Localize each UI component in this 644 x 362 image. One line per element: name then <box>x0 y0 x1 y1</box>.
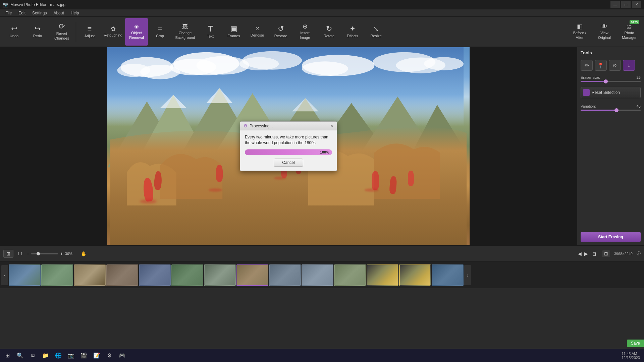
thumbnail-2[interactable] <box>41 264 73 286</box>
notes-button[interactable]: 📝 <box>91 350 103 361</box>
close-button[interactable]: ✕ <box>632 1 641 8</box>
maximize-button[interactable]: □ <box>621 1 631 8</box>
object-removal-button[interactable]: ◈ ObjectRemoval <box>125 18 148 46</box>
save-badge[interactable]: Save <box>627 340 644 347</box>
revert-button[interactable]: ⟳ RevertChanges <box>50 18 74 46</box>
change-background-button[interactable]: 🖼 ChangeBackground <box>172 18 198 46</box>
cancel-button[interactable]: Cancel <box>274 159 303 167</box>
thumbnail-14[interactable] <box>432 264 464 286</box>
redo-button[interactable]: ↪ Redo <box>26 18 49 46</box>
search-button[interactable]: 🔍 <box>14 350 26 361</box>
eraser-size-thumb[interactable] <box>604 79 608 83</box>
menu-file[interactable]: File <box>2 10 15 16</box>
thumbnail-13[interactable] <box>399 264 431 286</box>
variation-slider-fill <box>581 110 616 111</box>
toolbar-separator-1 <box>76 22 76 42</box>
rotate-label: Rotate <box>324 34 334 38</box>
delete-image-button[interactable]: 🗑 <box>592 251 597 256</box>
effects-label: Effects <box>347 34 358 38</box>
denoise-button[interactable]: ⁙ Denoise <box>246 18 269 46</box>
variation-slider[interactable] <box>581 110 641 111</box>
fit-to-screen-button[interactable]: ⊞ <box>3 250 13 258</box>
thumbnail-11[interactable] <box>334 264 366 286</box>
thumbnail-10[interactable] <box>302 264 333 286</box>
thumbnail-3[interactable] <box>74 264 106 286</box>
thumbnail-9[interactable] <box>269 264 301 286</box>
next-image-button[interactable]: ▶ <box>584 251 588 256</box>
revert-icon: ⟳ <box>59 23 65 30</box>
prev-image-button[interactable]: ◀ <box>578 251 582 256</box>
ratio-label: 1:1 <box>16 252 24 256</box>
image-info-icon[interactable]: ⓘ <box>637 251 641 256</box>
menu-edit[interactable]: Edit <box>15 10 29 16</box>
pin-tool-button[interactable]: 📍 <box>595 60 607 71</box>
photo-manager-button[interactable]: 🗂 PhotoManager NEW <box>617 18 641 46</box>
camera-button[interactable]: 📷 <box>65 350 77 361</box>
menu-help[interactable]: Help <box>67 10 83 16</box>
redo-icon: ↪ <box>35 25 41 33</box>
canvas-area[interactable]: ⚙ Processing... ✕ Every two minutes, we … <box>0 47 577 245</box>
retouching-button[interactable]: ✿ Retouching <box>102 18 124 46</box>
resize-button[interactable]: ⤡ Resize <box>365 18 387 46</box>
restore-button[interactable]: ↺ Restore <box>269 18 292 46</box>
bottom-toolbar: ⊞ 1:1 − + 36% ✋ ◀ ▶ 🗑 ⊞ 3968×2240 ⓘ <box>0 245 644 261</box>
text-button[interactable]: T Text <box>199 18 222 46</box>
zoom-in-button[interactable]: + <box>60 251 63 256</box>
lasso-tool-button[interactable]: ⊙ <box>609 60 621 71</box>
thumbnail-1[interactable] <box>9 264 41 286</box>
main-area: ⚙ Processing... ✕ Every two minutes, we … <box>0 47 644 245</box>
zoom-out-button[interactable]: − <box>26 251 29 256</box>
denoise-icon: ⁙ <box>255 26 260 32</box>
processing-dialog: ⚙ Processing... ✕ Every two minutes, we … <box>240 121 337 171</box>
zoom-slider[interactable] <box>31 253 58 254</box>
view-original-icon: 👁 <box>601 23 607 29</box>
eraser-size-slider[interactable] <box>581 81 641 82</box>
download-tool-button[interactable]: ↓ <box>623 60 635 71</box>
view-original-button[interactable]: 👁 ViewOriginal <box>592 18 616 46</box>
reset-selection-button[interactable]: Reset Selection <box>581 87 641 98</box>
start-button[interactable]: ⊞ <box>1 350 13 361</box>
variation-thumb[interactable] <box>614 108 619 112</box>
frames-button[interactable]: ▣ Frames <box>222 18 245 46</box>
svg-point-10 <box>302 61 348 76</box>
hand-tool-icon[interactable]: ✋ <box>81 251 87 256</box>
resize-icon: ⤡ <box>373 25 379 33</box>
brush-tool-button[interactable]: ✏ <box>581 60 593 71</box>
change-bg-icon: 🖼 <box>182 23 188 29</box>
variation-section: Variation: 46 <box>581 103 641 112</box>
effects-button[interactable]: ✦ Effects <box>341 18 364 46</box>
games-button[interactable]: 🎮 <box>116 350 128 361</box>
before-after-button[interactable]: ◧ Before /After <box>568 18 592 46</box>
rotate-button[interactable]: ↻ Rotate <box>318 18 340 46</box>
grid-view-button[interactable]: ⊞ <box>602 250 610 257</box>
svg-point-9 <box>302 55 374 76</box>
dialog-title: ⚙ Processing... ✕ <box>240 122 337 130</box>
thumbnail-4[interactable] <box>106 264 138 286</box>
svg-point-4 <box>173 52 239 75</box>
start-erasing-button[interactable]: Start Erasing <box>581 232 641 242</box>
menu-about[interactable]: About <box>50 10 67 16</box>
undo-button[interactable]: ↩ Undo <box>3 18 25 46</box>
adjust-button[interactable]: ≡ Adjust <box>78 18 101 46</box>
minimize-button[interactable]: — <box>610 1 620 8</box>
thumbnail-8[interactable] <box>236 264 268 286</box>
task-view-button[interactable]: ⧉ <box>27 350 39 361</box>
thumbnails-prev-button[interactable]: ‹ <box>1 265 8 285</box>
dialog-close-icon[interactable]: ✕ <box>330 124 333 128</box>
thumbnail-6[interactable] <box>171 264 203 286</box>
thumbnail-5[interactable] <box>139 264 171 286</box>
settings-button[interactable]: ⚙ <box>103 350 115 361</box>
crop-button[interactable]: ⌗ Crop <box>149 18 171 46</box>
insert-image-button[interactable]: ⊕ InsertImage <box>293 18 317 46</box>
zoom-thumb[interactable] <box>37 252 40 255</box>
browser-button[interactable]: 🌐 <box>52 350 64 361</box>
adjust-label: Adjust <box>85 34 95 38</box>
thumbnails-next-button[interactable]: › <box>464 265 471 285</box>
zoom-percentage: 36% <box>65 252 77 256</box>
file-explorer-button[interactable]: 📁 <box>40 350 52 361</box>
zoom-area: − + 36% <box>26 251 76 256</box>
thumbnail-12[interactable] <box>367 264 398 286</box>
menu-settings[interactable]: Settings <box>29 10 50 16</box>
thumbnail-7[interactable] <box>204 264 236 286</box>
video-button[interactable]: 🎬 <box>78 350 90 361</box>
